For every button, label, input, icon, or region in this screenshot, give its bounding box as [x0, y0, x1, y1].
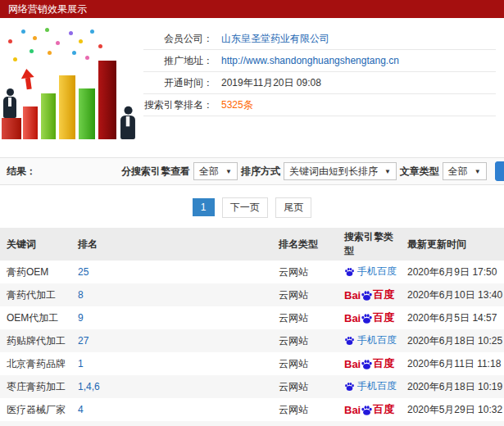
- mobile-baidu-label: 手机百度: [357, 379, 397, 393]
- page-header: 网络营销效果展示: [0, 0, 504, 18]
- keyword-cell: 枣庄膏药加工: [0, 375, 71, 398]
- engine-type-cell: 手机百度: [338, 261, 401, 283]
- open-time-value: 2019年11月20日 09:08: [221, 76, 321, 90]
- updated-cell: 2020年6月18日 10:25: [401, 329, 504, 352]
- field-label: 推广地址：: [143, 54, 213, 68]
- keyword-cell: 菏泽膏药厂家: [0, 421, 71, 426]
- mobile-baidu-logo: 手机百度: [344, 333, 397, 347]
- rank-type-cell: 云网站: [272, 421, 338, 426]
- engine-type-cell: 手机百度: [338, 329, 401, 352]
- pagination: 1 下一页 尾页: [0, 197, 504, 218]
- table-row: 北京膏药品牌1云网站Bai百度2020年6月11日 11:18: [0, 352, 504, 375]
- updated-cell: 2020年6月5日 14:57: [401, 306, 504, 329]
- table-row: OEM代加工9云网站Bai百度2020年6月5日 14:57: [0, 306, 504, 329]
- keyword-cell: 药贴牌代加工: [0, 329, 71, 352]
- updated-cell: 2020年6月10日 13:40: [401, 283, 504, 306]
- keyword-cell: 膏药代加工: [0, 283, 71, 306]
- rank-type-cell: 云网站: [272, 306, 338, 329]
- header-engine-type: 搜索引擎类型: [338, 228, 401, 261]
- table-row: 医疗器械厂家4云网站Bai百度2020年5月29日 10:32: [0, 398, 504, 421]
- rank-type-cell: 云网站: [272, 352, 338, 375]
- baidu-logo: Bai百度: [344, 356, 394, 371]
- engine-type-cell: Bai百度: [338, 283, 401, 306]
- table-body: 膏药OEM25云网站手机百度2020年6月9日 17:50膏药代加工8云网站Ba…: [0, 261, 504, 426]
- engine-type-cell: 手机百度: [338, 421, 401, 426]
- updated-cell: 2020年6月11日 11:17: [401, 421, 504, 426]
- updated-cell: 2020年6月18日 10:19: [401, 375, 504, 398]
- rank-link[interactable]: 8: [78, 289, 84, 301]
- table-row: 膏药代加工8云网站Bai百度2020年6月10日 13:40: [0, 283, 504, 306]
- updated-cell: 2020年5月29日 10:32: [401, 398, 504, 421]
- chart-bar-gold: [59, 75, 75, 139]
- rank-cell: 8: [71, 283, 272, 306]
- table-row: 药贴牌代加工27云网站手机百度2020年6月18日 10:25: [0, 329, 504, 352]
- engine-select-value: 全部: [199, 165, 219, 179]
- field-label: 开通时间：: [143, 76, 213, 90]
- rank-link[interactable]: 1: [78, 358, 84, 369]
- header-keyword: 关键词: [0, 228, 71, 261]
- rank-cell: 9: [71, 306, 272, 329]
- engine-type-cell: 手机百度: [338, 375, 401, 398]
- rank-link[interactable]: 1,4,6: [78, 381, 100, 392]
- baidu-logo-text: Bai: [344, 358, 361, 370]
- sort-select-value: 关键词由短到长排序: [289, 165, 378, 179]
- info-section: 会员公司： 山东皇圣堂药业有限公司 推广地址： http://www.shand…: [0, 18, 504, 157]
- baidu-logo-text: Bai: [344, 312, 361, 324]
- growth-arrow-icon: [20, 68, 35, 90]
- rank-link[interactable]: 9: [78, 312, 84, 324]
- engine-select[interactable]: 全部 ▼: [193, 162, 238, 180]
- baidu-logo-text: 百度: [373, 310, 394, 325]
- rank-link[interactable]: 25: [78, 266, 89, 278]
- rank-cell: 4: [71, 398, 272, 421]
- rank-cell: 17: [71, 421, 272, 426]
- rank-link[interactable]: 4: [78, 404, 84, 415]
- keyword-cell: OEM代加工: [0, 306, 71, 329]
- person-body: [3, 97, 16, 118]
- submit-button[interactable]: 提交: [495, 161, 504, 181]
- table-row: 枣庄膏药加工1,4,6云网站手机百度2020年6月18日 10:19: [0, 375, 504, 398]
- info-field-open-time: 开通时间： 2019年11月20日 09:08: [143, 72, 496, 94]
- keyword-cell: 医疗器械厂家: [0, 398, 71, 421]
- baidu-logo: Bai百度: [344, 288, 394, 302]
- chart-bar-red: [23, 106, 38, 139]
- rank-type-cell: 云网站: [272, 398, 338, 421]
- baidu-logo: Bai百度: [344, 402, 394, 417]
- chart-bar-green-2: [79, 88, 95, 139]
- baidu-logo-text: Bai: [344, 404, 361, 416]
- engine-type-cell: Bai百度: [338, 398, 401, 421]
- table-row: 膏药OEM25云网站手机百度2020年6月9日 17:50: [0, 261, 504, 283]
- mobile-baidu-logo: 手机百度: [344, 379, 397, 393]
- filter-controls: 分搜索引擎查看 全部 ▼ 排序方式 关键词由短到长排序 ▼ 文章类型 全部 ▼ …: [118, 161, 504, 181]
- person-body: [120, 116, 135, 139]
- updated-cell: 2020年6月11日 11:18: [401, 352, 504, 375]
- rank-cell: 1,4,6: [71, 375, 272, 398]
- rank-type-cell: 云网站: [272, 283, 338, 306]
- baidu-paw-icon: [361, 404, 373, 416]
- rank-link[interactable]: 27: [78, 335, 89, 347]
- chevron-down-icon: ▼: [474, 168, 481, 175]
- header-updated: 最新更新时间: [401, 228, 504, 261]
- header-rank: 排名: [71, 228, 272, 261]
- baidu-logo-text: Bai: [344, 289, 361, 301]
- page-next-button[interactable]: 下一页: [222, 197, 268, 218]
- mobile-baidu-label: 手机百度: [357, 333, 397, 347]
- promo-url-link[interactable]: http://www.shandonghuangshengtang.cn: [221, 55, 399, 66]
- keyword-cell: 膏药OEM: [0, 261, 71, 283]
- field-label: 会员公司：: [143, 32, 213, 46]
- chart-bar-green: [41, 93, 56, 139]
- rank-type-cell: 云网站: [272, 329, 338, 352]
- rank-type-cell: 云网站: [272, 261, 338, 283]
- page: 网络营销效果展示: [0, 0, 504, 426]
- rank-cell: 27: [71, 329, 272, 352]
- updated-cell: 2020年6月9日 17:50: [401, 261, 504, 283]
- engine-type-cell: Bai百度: [338, 306, 401, 329]
- company-link[interactable]: 山东皇圣堂药业有限公司: [221, 32, 329, 46]
- baidu-paw-icon: [361, 358, 373, 370]
- sort-select[interactable]: 关键词由短到长排序 ▼: [284, 162, 397, 180]
- page-last-button[interactable]: 尾页: [275, 197, 311, 218]
- result-label: 结果：: [7, 165, 36, 179]
- engine-type-cell: Bai百度: [338, 352, 401, 375]
- mobile-baidu-label: 手机百度: [357, 265, 397, 279]
- article-type-select[interactable]: 全部 ▼: [443, 162, 487, 180]
- page-current-button[interactable]: 1: [193, 198, 215, 216]
